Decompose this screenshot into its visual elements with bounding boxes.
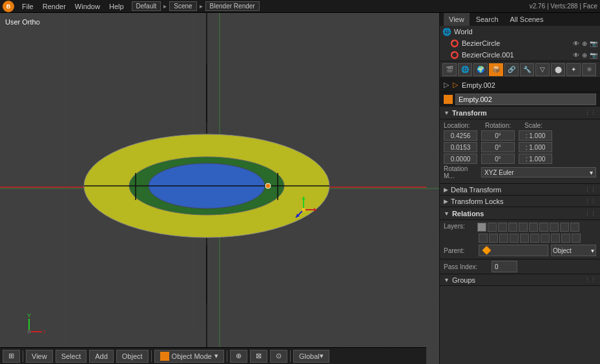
loc-y-field[interactable]: [444, 142, 477, 152]
material-icon[interactable]: ⬤: [551, 63, 565, 76]
eye2-icon[interactable]: 👁: [573, 52, 579, 59]
eye-icon[interactable]: 👁: [573, 40, 579, 47]
outliner-item-world[interactable]: 🌐 World: [440, 26, 600, 37]
delta-transform-section[interactable]: ▶ Delta Transform ⋮⋮: [440, 184, 600, 196]
select-menu-button[interactable]: Select: [56, 350, 87, 363]
relations-dots: ⋮⋮: [584, 210, 596, 217]
outliner-item-beziercircle[interactable]: ⭕ BezierCircle 👁 ⊕ 📷: [440, 37, 600, 49]
outliner-item-beziercircle001[interactable]: ⭕ BezierCircle.001 👁 ⊕ 📷: [440, 49, 600, 61]
layer-btn-18[interactable]: [551, 234, 560, 243]
top-menu: File Render Window Help: [18, 0, 128, 13]
proportional-btn[interactable]: ⊙: [270, 350, 287, 363]
constraints-icon[interactable]: 🔗: [504, 63, 519, 76]
particles-icon[interactable]: ✦: [566, 63, 581, 76]
rotation-mode-dropdown[interactable]: XYZ Euler ▾: [481, 167, 596, 177]
layer-btn-6[interactable]: [529, 223, 538, 232]
svg-point-14: [265, 183, 271, 188]
rot-x-field[interactable]: [481, 130, 515, 141]
layer-btn-5[interactable]: [519, 223, 528, 232]
viewport-mode-icon[interactable]: ⊞: [3, 350, 20, 363]
layer-btn-10[interactable]: [570, 223, 579, 232]
layer-btn-2[interactable]: [488, 223, 497, 232]
mode-select[interactable]: Object Mode ▾: [154, 350, 224, 363]
cursor-icon[interactable]: ⊕: [582, 40, 587, 47]
transform-section-header[interactable]: ▼ Transform ⋮⋮: [440, 106, 600, 119]
help-menu[interactable]: Help: [105, 0, 128, 13]
locks-dots: ⋮⋮: [584, 198, 596, 205]
object-props-icon[interactable]: 📦: [489, 63, 503, 76]
tab-search[interactable]: Search: [471, 13, 504, 26]
loc-x-field[interactable]: [444, 130, 477, 141]
transform-locks-section[interactable]: ▶ Transform Locks ⋮⋮: [440, 196, 600, 207]
layer-btn-9[interactable]: [560, 223, 569, 232]
divider2: [151, 350, 152, 362]
pivot-btn[interactable]: ⊕: [230, 350, 247, 363]
layer-btn-7[interactable]: [539, 223, 548, 232]
pass-index-label: Pass Index:: [444, 263, 489, 270]
groups-section-header[interactable]: ▼ Groups ⋮⋮: [440, 274, 600, 286]
layer-btn-13[interactable]: [499, 234, 508, 243]
scale-y-field[interactable]: [519, 142, 552, 152]
global-select[interactable]: Global ▾: [293, 350, 329, 363]
layer-btn-3[interactable]: [498, 223, 507, 232]
svg-text:Y: Y: [27, 312, 31, 319]
divider1: [23, 350, 23, 362]
layer-btn-16[interactable]: [530, 234, 539, 243]
object-name-input[interactable]: [455, 94, 596, 105]
scene-badge[interactable]: Scene: [169, 1, 196, 11]
world-icon: 🌐: [442, 28, 451, 36]
modifiers-icon[interactable]: 🔧: [520, 63, 534, 76]
viewport[interactable]: User Ortho: [0, 13, 440, 364]
render-menu[interactable]: Render: [39, 0, 70, 13]
physics-icon[interactable]: ⚛: [582, 63, 596, 76]
transform-label: Transform: [452, 109, 487, 117]
transform-headers-row: Location: Rotation: Scale:: [444, 122, 596, 129]
object-menu-button[interactable]: Object: [116, 350, 149, 363]
scene-props-icon[interactable]: 🌐: [458, 63, 472, 76]
transform-arrow-icon: ▼: [444, 110, 450, 116]
view-menu-button[interactable]: View: [26, 350, 53, 363]
parent-type-select[interactable]: Object ▾: [551, 245, 596, 256]
rot-y-field[interactable]: [481, 142, 515, 152]
camera-icon[interactable]: 📷: [590, 40, 597, 47]
engine-badge[interactable]: Default: [132, 1, 161, 11]
tab-all-scenes[interactable]: All Scenes: [505, 13, 549, 26]
top-bar-right: v2.76 | Verts:288 | Face: [530, 3, 597, 10]
snap-btn[interactable]: ⊠: [250, 350, 267, 363]
camera2-icon[interactable]: 📷: [590, 52, 597, 59]
window-menu[interactable]: Window: [71, 0, 104, 13]
svg-point-26: [27, 330, 31, 334]
layer-btn-20[interactable]: [572, 234, 581, 243]
scale-x-field[interactable]: [519, 130, 552, 141]
renderer-badge[interactable]: Blender Render: [205, 1, 260, 11]
blender-logo[interactable]: B: [3, 1, 14, 12]
rot-z-field[interactable]: [481, 154, 515, 164]
layer-btn-8[interactable]: [550, 223, 559, 232]
data-icon[interactable]: ▽: [535, 63, 550, 76]
parent-input[interactable]: 🔶: [479, 245, 548, 256]
layer-btn-17[interactable]: [541, 234, 550, 243]
layer-btn-1[interactable]: [477, 223, 486, 232]
pass-index-input[interactable]: [491, 261, 517, 272]
relations-label: Relations: [452, 210, 484, 217]
layer-btn-4[interactable]: [508, 223, 517, 232]
file-menu[interactable]: File: [18, 0, 37, 13]
add-menu-button[interactable]: Add: [89, 350, 114, 363]
tab-view[interactable]: View: [444, 13, 470, 26]
loc-z-field[interactable]: [444, 154, 477, 164]
cursor2-icon[interactable]: ⊕: [582, 52, 587, 59]
name-field-row: [440, 92, 600, 106]
layer-btn-12[interactable]: [489, 234, 498, 243]
transform-content: Location: Rotation: Scale:: [440, 119, 600, 184]
layer-btn-19[interactable]: [561, 234, 570, 243]
render-props-icon[interactable]: 🎬: [442, 63, 457, 76]
object-name-header: Empty.002: [462, 81, 495, 89]
transform-dots: ⋮⋮: [584, 110, 596, 116]
layer-btn-14[interactable]: [510, 234, 519, 243]
object-type-icon: ▷: [453, 81, 458, 89]
scale-z-field[interactable]: [519, 154, 552, 164]
relations-section-header[interactable]: ▼ Relations ⋮⋮: [440, 207, 600, 220]
layer-btn-15[interactable]: [520, 234, 529, 243]
layer-btn-11[interactable]: [479, 234, 488, 243]
world-props-icon[interactable]: 🌍: [473, 63, 488, 76]
